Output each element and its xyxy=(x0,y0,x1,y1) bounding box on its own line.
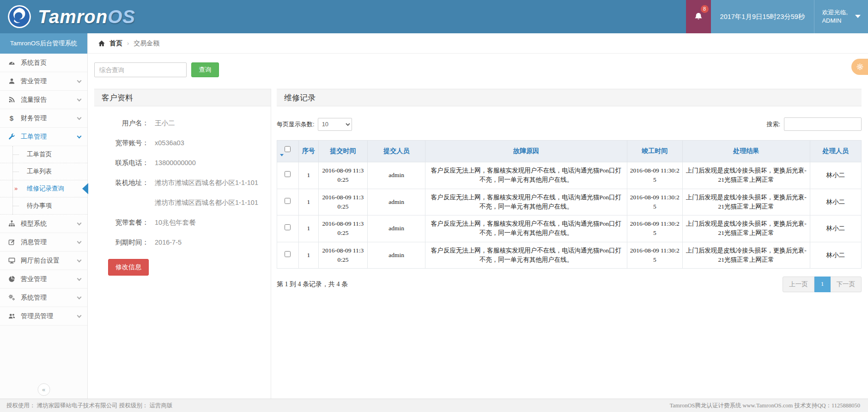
cell-submitter: admin xyxy=(368,242,425,269)
gears-icon xyxy=(7,294,16,301)
table-row: 1 2016-08-09 11:30:25 admin 客户反应无法上网，客服核… xyxy=(277,189,862,215)
home-icon xyxy=(98,40,105,47)
user-icon xyxy=(7,78,16,85)
sidebar-item-business-mgmt-2[interactable]: 营业管理 xyxy=(0,270,87,289)
sidebar-item-work-order-mgmt[interactable]: 工单管理 xyxy=(0,128,87,146)
breadcrumb-current: 交易金额 xyxy=(134,39,159,48)
field-value: 潍坊市潍城区西城名都小区1-1-101 xyxy=(155,198,258,207)
repair-records-title: 维修记录 xyxy=(277,89,862,106)
cell-finish-time: 2016-08-09 11:30:25 xyxy=(627,162,682,189)
sidebar-item-label: 营业管理 xyxy=(21,77,47,86)
prev-page-button[interactable]: 上一页 xyxy=(783,277,814,292)
column-header-handler[interactable]: 处理人员 xyxy=(810,141,861,162)
chevron-down-icon xyxy=(77,134,82,138)
customer-field-username: 用户名： 王小二 xyxy=(94,118,268,128)
select-all-checkbox[interactable] xyxy=(285,146,291,152)
row-checkbox[interactable] xyxy=(285,198,291,204)
sidebar-item-label: 网厅前台设置 xyxy=(21,257,60,265)
row-checkbox[interactable] xyxy=(285,171,291,177)
cell-submit-time: 2016-08-09 11:30:25 xyxy=(318,162,367,189)
query-button[interactable]: 查询 xyxy=(191,62,219,77)
sidebar-item-finance-mgmt[interactable]: $ 财务管理 xyxy=(0,109,87,128)
sidebar-subitem-repair-records-query[interactable]: » 维修记录查询 xyxy=(0,180,87,197)
column-header-submitter[interactable]: 提交人员 xyxy=(368,141,425,162)
rss-icon xyxy=(7,96,16,104)
table-search-input[interactable] xyxy=(784,117,862,131)
field-value: 13800000000 xyxy=(155,158,196,167)
chevron-down-icon xyxy=(77,313,82,318)
field-value: 王小二 xyxy=(155,118,175,128)
desktop-icon xyxy=(7,257,16,264)
collapse-sidebar-button[interactable]: « xyxy=(37,383,50,396)
table-row: 1 2016-08-09 11:30:25 admin 客户反应无法上网，客服核… xyxy=(277,215,862,242)
sidebar-subitem-label: 待办事项 xyxy=(27,202,52,210)
customer-field-address: 装机地址： 潍坊市潍城区西城名都小区1-1-101 xyxy=(94,178,268,187)
sidebar-item-model-system[interactable]: 模型系统 xyxy=(0,215,87,233)
gear-icon xyxy=(856,63,864,71)
dollar-icon: $ xyxy=(7,115,16,122)
row-checkbox[interactable] xyxy=(285,251,291,257)
cell-result: 上门后发现是皮线冷接头损坏，更换后光衰-21光猫正常上网正常 xyxy=(682,215,810,242)
global-search-input[interactable] xyxy=(94,62,187,77)
active-arrow-icon: » xyxy=(14,185,18,192)
breadcrumb-home-link[interactable]: 首页 xyxy=(109,39,122,48)
sidebar-item-admin-mgmt[interactable]: 管理员管理 xyxy=(0,307,87,326)
sidebar-item-message-mgmt[interactable]: 消息管理 xyxy=(0,233,87,252)
notifications-button[interactable]: 8 xyxy=(686,0,711,33)
column-header-result[interactable]: 处理结果 xyxy=(682,141,810,162)
pagination: 上一页 1 下一页 xyxy=(783,277,862,292)
dotted-leader xyxy=(13,206,19,206)
field-label: 宽带账号： xyxy=(94,138,149,148)
sidebar-subitem-work-order-list[interactable]: 工单列表 xyxy=(0,163,87,180)
cell-result: 上门后发现是皮线冷接头损坏，更换后光衰-21光猫正常上网正常 xyxy=(682,242,810,269)
edit-info-button[interactable]: 修改信息 xyxy=(108,259,149,276)
admin-user-dropdown[interactable]: 欢迎光临, ADMIN xyxy=(814,0,868,33)
column-header-seq[interactable]: 序号 xyxy=(298,141,318,162)
chevron-down-icon xyxy=(77,295,82,299)
sidebar-item-business-mgmt[interactable]: 营业管理 xyxy=(0,72,87,91)
sidebar-subitem-todo[interactable]: 待办事项 xyxy=(0,197,87,215)
sidebar-subitem-label: 工单列表 xyxy=(27,167,52,176)
table-row: 1 2016-08-09 11:30:25 admin 客户反应无法上网，客服核… xyxy=(277,242,862,269)
sidebar-item-traffic-report[interactable]: 流量报告 xyxy=(0,91,87,109)
select-all-header xyxy=(277,141,299,162)
column-header-fault[interactable]: 故障原因 xyxy=(425,141,627,162)
sort-caret-icon xyxy=(280,154,284,156)
sidebar-item-label: 财务管理 xyxy=(21,114,47,123)
field-label xyxy=(94,198,149,207)
cell-seq: 1 xyxy=(298,215,318,242)
sidebar-subitem-label: 工单首页 xyxy=(27,150,52,159)
chevron-down-icon xyxy=(77,115,82,120)
column-header-finish-time[interactable]: 竣工时间 xyxy=(627,141,682,162)
wrench-icon xyxy=(7,133,16,141)
footer-license-text: 授权使用： 潍坊家园驿站电子技术有限公司 授权级别： 运营商版 xyxy=(6,402,172,410)
field-value: 2016-7-5 xyxy=(155,238,182,247)
sidebar-item-system-home[interactable]: 系统首页 xyxy=(0,54,87,72)
theme-settings-button[interactable] xyxy=(851,59,868,75)
sidebar-item-label: 管理员管理 xyxy=(21,312,53,320)
sidebar-item-label: 系统首页 xyxy=(21,59,47,67)
cell-finish-time: 2016-08-09 11:30:25 xyxy=(627,215,682,242)
customer-field-account: 宽带账号： x0536a03 xyxy=(94,138,268,148)
cell-handler: 林小二 xyxy=(810,215,861,242)
sidebar-item-label: 模型系统 xyxy=(21,220,47,228)
page-number-button[interactable]: 1 xyxy=(814,277,831,292)
customer-field-expiry: 到期时间： 2016-7-5 xyxy=(94,238,268,247)
next-page-button[interactable]: 下一页 xyxy=(831,277,862,292)
sidebar-item-portal-settings[interactable]: 网厅前台设置 xyxy=(0,252,87,270)
chevron-down-icon xyxy=(77,239,82,244)
chevron-down-icon xyxy=(77,97,82,101)
sidebar-item-system-mgmt[interactable]: 系统管理 xyxy=(0,289,87,307)
field-label: 到期时间： xyxy=(94,238,149,247)
cell-fault: 客户反应无法上网，客服核实发现用户不在线，电话沟通光猫Pon口灯不亮，同一单元有… xyxy=(425,189,627,215)
column-header-submit-time[interactable]: 提交时间 xyxy=(318,141,367,162)
sidebar-item-label: 工单管理 xyxy=(21,133,47,141)
sidebar-subitem-work-order-home[interactable]: 工单首页 xyxy=(0,146,87,163)
field-value: 潍坊市潍城区西城名都小区1-1-101 xyxy=(155,178,258,187)
cell-handler: 林小二 xyxy=(810,242,861,269)
row-checkbox[interactable] xyxy=(285,224,291,230)
field-label: 装机地址： xyxy=(94,178,149,187)
page-size-select[interactable]: 10 xyxy=(318,118,352,131)
dotted-leader xyxy=(13,172,19,172)
customer-field-plan: 宽带套餐： 10兆包年套餐 xyxy=(94,218,268,227)
